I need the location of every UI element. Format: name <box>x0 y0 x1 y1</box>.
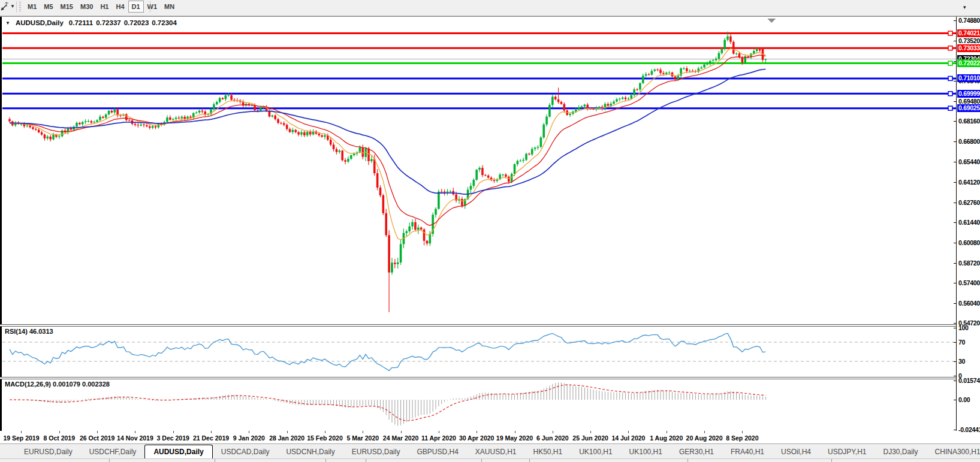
timeframe-button-w1[interactable]: W1 <box>144 1 161 13</box>
chart-tab-usdjpy-h1[interactable]: USDJPY,H1 <box>819 446 875 458</box>
timeframe-button-d1[interactable]: D1 <box>128 1 144 13</box>
bar-open-value: 0.72111 <box>69 19 93 26</box>
chart-tab-xauusd-h1[interactable]: XAUUSD,H1 <box>467 446 525 458</box>
rsi-panel[interactable]: RSI(14) 46.0313 <box>2 327 956 377</box>
date-axis-tick <box>401 431 402 433</box>
line-end-handle <box>948 106 952 110</box>
tool-dropdown-icon[interactable]: ▼ <box>10 4 15 9</box>
chart-tab-audusd-daily[interactable]: AUDUSD,Daily <box>144 445 212 458</box>
date-label: 25 Jun 2020 <box>572 434 608 442</box>
toolbar-grip[interactable] <box>19 2 21 12</box>
date-label: 14 Nov 2019 <box>117 434 153 442</box>
crosshair-tool-icon[interactable] <box>0 2 10 11</box>
bar-close-value: 0.72304 <box>152 19 177 26</box>
bar-high-value: 0.72337 <box>96 19 121 26</box>
chart-tab-usdcnh-daily[interactable]: USDCNH,Daily <box>278 446 343 458</box>
price-level-tag: 0.72022 <box>957 59 980 67</box>
toolbar-overflow-icon[interactable]: ▾ <box>963 4 966 10</box>
date-axis-tick <box>590 431 591 433</box>
axis-tick <box>954 283 956 283</box>
date-axis-tick <box>515 431 515 433</box>
panel-column-seam <box>325 459 326 462</box>
date-axis-tick <box>211 431 212 433</box>
candles <box>8 32 767 312</box>
price-tick-label: 0.57400 <box>958 279 980 286</box>
price-tick-label: 0.66800 <box>958 138 980 145</box>
chart-tab-usdchf-daily[interactable]: USDCHF,Daily <box>81 446 145 458</box>
axis-tick <box>954 361 956 362</box>
rsi-tick-label: 100 <box>958 324 969 331</box>
date-axis-tick <box>704 431 705 433</box>
date-axis-tick <box>439 431 439 433</box>
date-axis-tick <box>477 431 477 433</box>
timeframe-button-h1[interactable]: H1 <box>97 1 112 13</box>
axis-tick <box>954 381 956 381</box>
axis-tick <box>954 162 956 162</box>
toolbar-separator <box>16 1 17 13</box>
panel-column-seam <box>687 459 688 462</box>
macd-tick-label: 0.00 <box>958 396 970 403</box>
axis-tick <box>954 222 956 223</box>
fast-ma-line <box>10 49 765 240</box>
axis-tick <box>954 323 956 324</box>
price-tick-label: 0.65440 <box>958 158 980 165</box>
slow-ma-line <box>10 69 765 194</box>
axis-tick <box>954 121 956 122</box>
date-axis-tick <box>742 431 743 433</box>
date-label: 14 Jul 2020 <box>611 434 645 442</box>
price-level-tag: 0.69025 <box>957 104 980 112</box>
chart-tab-eurusd-daily[interactable]: EURUSD,Daily <box>343 446 409 458</box>
date-label: 19 Sep 2019 <box>3 434 39 442</box>
price-tick-label: 0.68160 <box>958 117 980 125</box>
price-tick-label: 0.61440 <box>958 219 980 226</box>
price-tick-label: 0.62760 <box>958 199 980 206</box>
axis-tick <box>954 400 956 400</box>
timeframe-buttons: M1M5M15M30H1H4D1W1MN <box>24 1 178 13</box>
date-axis-tick <box>363 431 363 433</box>
chart-symbol-label: AUDUSD,Daily <box>16 19 64 26</box>
axis-tick <box>954 41 956 41</box>
chart-tab-usoil-h4[interactable]: USOil,H4 <box>773 446 819 458</box>
timeframe-button-m5[interactable]: M5 <box>40 1 56 13</box>
date-label: 24 Mar 2020 <box>383 434 419 442</box>
date-axis-tick <box>21 431 22 433</box>
macd-panel[interactable]: MACD(12,26,9) 0.001079 0.002328 <box>2 379 956 431</box>
date-axis[interactable]: 19 Sep 20198 Oct 201926 Oct 201914 Nov 2… <box>2 431 956 444</box>
mt4-terminal: ▼ M1M5M15M30H1H4D1W1MN ▾ ▼ AUDUSD,Daily … <box>0 0 980 462</box>
macd-chart[interactable] <box>2 379 956 431</box>
timeframe-button-mn[interactable]: MN <box>161 1 178 13</box>
chart-tab-fra40-h1[interactable]: FRA40,H1 <box>722 446 773 458</box>
chart-tab-dj30-daily[interactable]: DJ30,Daily <box>875 446 927 458</box>
chart-tab-uk100-h1[interactable]: UK100,H1 <box>571 446 620 458</box>
chart-window: ▼ AUDUSD,Daily 0.72111 0.72337 0.72023 0… <box>0 16 980 443</box>
chart-shift-marker-icon <box>767 19 776 23</box>
chart-dropdown-icon[interactable]: ▼ <box>5 20 10 26</box>
timeframe-button-m30[interactable]: M30 <box>77 1 97 13</box>
rsi-chart[interactable] <box>2 327 956 377</box>
chart-tab-usdcad-daily[interactable]: USDCAD,Daily <box>213 446 278 458</box>
date-axis-tick <box>667 431 667 433</box>
axis-tick <box>954 61 956 62</box>
timeframe-button-h4[interactable]: H4 <box>112 1 128 13</box>
date-axis-tick <box>135 431 135 433</box>
price-axis[interactable]: 0.748800.735200.721600.708400.694800.681… <box>957 17 980 444</box>
date-label: 6 Jun 2020 <box>536 434 569 442</box>
date-label: 20 Aug 2020 <box>686 434 723 442</box>
date-axis-tick <box>325 431 325 433</box>
timeframes-toolbar: ▼ M1M5M15M30H1H4D1W1MN ▾ <box>0 0 980 16</box>
chart-frame-border <box>0 17 2 431</box>
candlestick-chart[interactable] <box>2 17 956 324</box>
axis-tick <box>954 101 956 102</box>
chart-tab-ger30-h1[interactable]: GER30,H1 <box>671 446 722 458</box>
price-tick-label: 0.74880 <box>958 17 980 24</box>
line-end-handle <box>948 61 952 65</box>
timeframe-button-m1[interactable]: M1 <box>24 1 40 13</box>
chart-tab-uk100-h1[interactable]: UK100,H1 <box>621 446 671 458</box>
panel-column-seam <box>529 459 530 462</box>
timeframe-button-m15[interactable]: M15 <box>57 1 77 13</box>
chart-tab-china300-h1[interactable]: CHINA300,H1 <box>927 446 980 458</box>
chart-tab-hk50-h1[interactable]: HK50,H1 <box>525 446 571 458</box>
chart-tab-eurusd-daily[interactable]: EURUSD,Daily <box>16 446 81 458</box>
chart-tab-gbpusd-h4[interactable]: GBPUSD,H4 <box>408 446 466 458</box>
main-price-chart[interactable]: ▼ AUDUSD,Daily 0.72111 0.72337 0.72023 0… <box>2 17 956 324</box>
